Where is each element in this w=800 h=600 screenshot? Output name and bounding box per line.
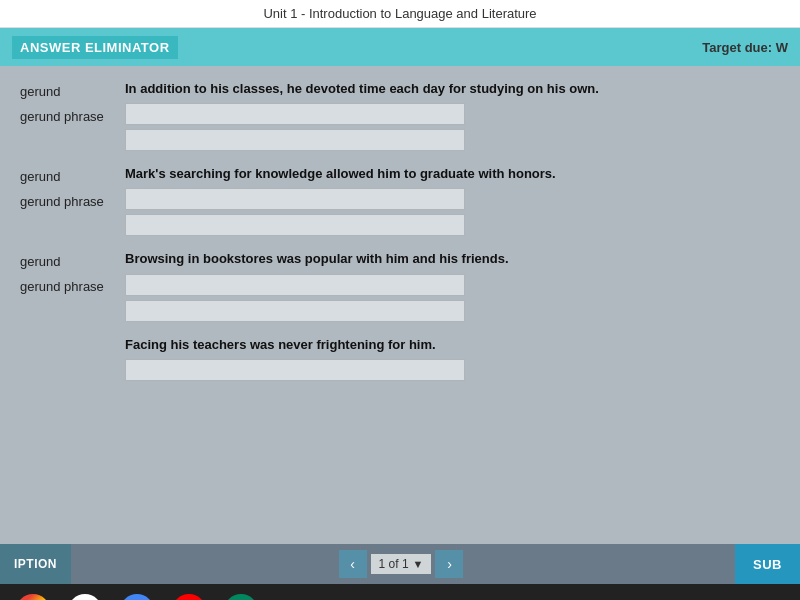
question-sentence-2: Mark's searching for knowledge allowed h… <box>125 165 780 183</box>
question-block-1: gerund gerund phrase In addition to his … <box>20 80 780 155</box>
label-gerund-3: gerund <box>20 252 125 273</box>
taskbar: M ≡ ▶ ▷ <box>0 584 800 600</box>
answer-input-3b[interactable] <box>125 300 465 322</box>
question-block-4: Facing his teachers was never frightenin… <box>20 336 780 385</box>
submit-button[interactable]: SUB <box>735 544 800 584</box>
inputs-col-1: In addition to his classes, he devoted t… <box>125 80 780 155</box>
label-gerund-2: gerund <box>20 167 125 188</box>
next-page-button[interactable]: › <box>435 550 463 578</box>
label-gerund-1: gerund <box>20 82 125 103</box>
question-sentence-4: Facing his teachers was never frightenin… <box>125 336 780 354</box>
answer-input-2a[interactable] <box>125 188 465 210</box>
labels-col-2: gerund gerund phrase <box>20 165 125 213</box>
question-block-3: gerund gerund phrase Browsing in booksto… <box>20 250 780 325</box>
pagination-area: ‹ 1 of 1 ▼ › <box>339 550 464 578</box>
play-store-icon[interactable]: ▷ <box>224 594 258 600</box>
inputs-col-3: Browsing in bookstores was popular with … <box>125 250 780 325</box>
bottom-bar: IPTION ‹ 1 of 1 ▼ › SUB <box>0 544 800 584</box>
answer-eliminator-bar: ANSWER ELIMINATOR Target due: W <box>0 28 800 66</box>
label-gerund-phrase-2: gerund phrase <box>20 192 125 213</box>
labels-col-1: gerund gerund phrase <box>20 80 125 128</box>
caption-button[interactable]: IPTION <box>0 544 71 584</box>
answer-input-1a[interactable] <box>125 103 465 125</box>
answer-input-2b[interactable] <box>125 214 465 236</box>
answer-eliminator-label[interactable]: ANSWER ELIMINATOR <box>12 36 178 59</box>
answer-input-1b[interactable] <box>125 129 465 151</box>
page-dropdown-icon[interactable]: ▼ <box>413 558 424 570</box>
label-gerund-phrase-3: gerund phrase <box>20 277 125 298</box>
question-sentence-1: In addition to his classes, he devoted t… <box>125 80 780 98</box>
youtube-icon[interactable]: ▶ <box>172 594 206 600</box>
label-gerund-phrase-1: gerund phrase <box>20 107 125 128</box>
page-title: Unit 1 - Introduction to Language and Li… <box>263 6 536 21</box>
inputs-col-2: Mark's searching for knowledge allowed h… <box>125 165 780 240</box>
prev-page-button[interactable]: ‹ <box>339 550 367 578</box>
target-due: Target due: W <box>702 40 788 55</box>
question-block-2: gerund gerund phrase Mark's searching fo… <box>20 165 780 240</box>
chrome-icon[interactable] <box>16 594 50 600</box>
labels-col-3: gerund gerund phrase <box>20 250 125 298</box>
top-bar: Unit 1 - Introduction to Language and Li… <box>0 0 800 28</box>
page-indicator: 1 of 1 ▼ <box>371 554 432 574</box>
labels-col-4 <box>20 336 125 338</box>
docs-icon[interactable]: ≡ <box>120 594 154 600</box>
inputs-col-4: Facing his teachers was never frightenin… <box>125 336 780 385</box>
main-content: gerund gerund phrase In addition to his … <box>0 66 800 544</box>
answer-input-4a[interactable] <box>125 359 465 381</box>
gmail-icon[interactable]: M <box>68 594 102 600</box>
page-number: 1 of 1 <box>379 557 409 571</box>
answer-input-3a[interactable] <box>125 274 465 296</box>
question-sentence-3: Browsing in bookstores was popular with … <box>125 250 780 268</box>
